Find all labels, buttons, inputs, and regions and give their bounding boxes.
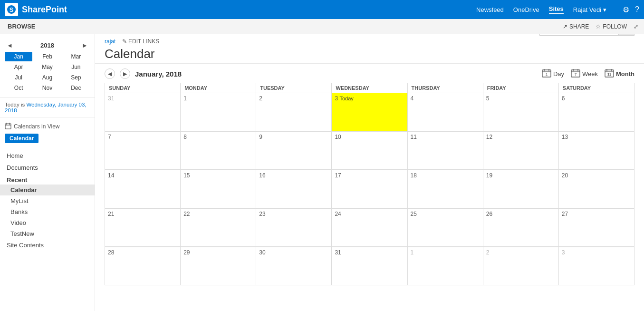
day-2-feb[interactable]: 2 — [483, 247, 559, 285]
day-8[interactable]: 8 — [181, 131, 256, 169]
day-26[interactable]: 26 — [483, 208, 559, 246]
month-aug[interactable]: Aug — [33, 73, 61, 82]
mini-cal-prev[interactable]: ◄ — [5, 42, 15, 49]
day-4[interactable]: 4 — [408, 93, 483, 131]
breadcrumb-link[interactable]: rajat — [105, 38, 115, 45]
user-menu[interactable]: Rajat Vedi ▾ — [573, 6, 606, 13]
month-dec[interactable]: Dec — [62, 83, 90, 93]
day-17[interactable]: 17 — [332, 170, 407, 208]
day-1[interactable]: 1 — [181, 93, 256, 131]
settings-icon[interactable]: ⚙ — [623, 5, 629, 14]
day-1-feb[interactable]: 1 — [408, 247, 483, 285]
month-jun[interactable]: Jun — [62, 62, 90, 72]
day-12[interactable]: 12 — [483, 131, 559, 169]
mini-cal-header: ◄ 2018 ► — [5, 42, 90, 49]
mini-cal-next[interactable]: ► — [80, 42, 90, 49]
follow-button[interactable]: ☆ FOLLOW — [596, 23, 627, 30]
day-11[interactable]: 11 — [408, 131, 483, 169]
day-9[interactable]: 9 — [256, 131, 332, 169]
follow-icon: ☆ — [596, 23, 601, 30]
day-20[interactable]: 20 — [559, 170, 634, 208]
month-feb[interactable]: Feb — [33, 52, 61, 61]
day-6[interactable]: 6 — [559, 93, 634, 131]
share-button[interactable]: ↗ SHARE — [563, 23, 589, 30]
content-area: rajat ✎ EDIT LINKS Calendar 🔍 ◀ ▶ Janu — [95, 34, 644, 311]
day-22[interactable]: 22 — [181, 208, 256, 246]
week-row-4: 21 22 23 24 25 26 27 — [105, 208, 634, 247]
cal-next-button[interactable]: ▶ — [120, 68, 130, 79]
sharepoint-logo[interactable]: S SharePoint — [5, 3, 67, 16]
day-view-button[interactable]: 1 Day — [542, 69, 564, 79]
month-nov[interactable]: Nov — [33, 83, 61, 93]
calendar-view-buttons: 1 Day 7 Week — [542, 69, 634, 79]
col-thursday: THURSDAY — [408, 83, 483, 93]
sidebar-item-site-contents[interactable]: Site Contents — [0, 239, 95, 251]
day-25[interactable]: 25 — [408, 208, 483, 246]
help-icon[interactable]: ? — [635, 5, 639, 14]
month-may[interactable]: May — [33, 62, 61, 72]
month-apr[interactable]: Apr — [5, 62, 32, 72]
breadcrumb-area: rajat ✎ EDIT LINKS Calendar — [105, 38, 159, 61]
week-row-2: 7 8 9 10 11 12 13 — [105, 131, 634, 170]
sidebar-item-calendar[interactable]: Calendar — [0, 185, 95, 195]
day-18[interactable]: 18 — [408, 170, 483, 208]
week-view-button[interactable]: 7 Week — [571, 69, 598, 79]
month-view-icon: 31 — [605, 69, 614, 79]
newsfeed-link[interactable]: Newsfeed — [476, 6, 504, 13]
day-23[interactable]: 23 — [256, 208, 332, 246]
sidebar-item-banks[interactable]: Banks — [0, 206, 95, 217]
day-28[interactable]: 28 — [105, 247, 181, 285]
month-jul[interactable]: Jul — [5, 73, 32, 82]
day-31[interactable]: 31 — [332, 247, 407, 285]
week-view-icon: 7 — [571, 69, 580, 79]
month-mar[interactable]: Mar — [62, 52, 90, 61]
day-10[interactable]: 10 — [332, 131, 407, 169]
day-29[interactable]: 29 — [181, 247, 256, 285]
search-input[interactable] — [540, 34, 618, 35]
week-row-1: 31 1 2 3 Today 4 5 6 — [105, 93, 634, 131]
onedrive-link[interactable]: OneDrive — [513, 6, 539, 13]
share-icon: ↗ — [563, 23, 567, 30]
day-2[interactable]: 2 — [256, 93, 332, 131]
sidebar-item-home[interactable]: Home — [0, 150, 95, 162]
edit-links[interactable]: ✎ EDIT LINKS — [122, 38, 159, 45]
mini-calendar: ◄ 2018 ► Jan Feb Mar Apr May Jun Jul Aug… — [0, 39, 95, 98]
day-31-dec[interactable]: 31 — [105, 93, 181, 131]
col-monday: MONDAY — [181, 83, 256, 93]
sites-link[interactable]: Sites — [549, 5, 564, 14]
expand-icon: ⤢ — [634, 23, 638, 30]
day-30[interactable]: 30 — [256, 247, 332, 285]
day-3-feb[interactable]: 3 — [559, 247, 634, 285]
day-15[interactable]: 15 — [181, 170, 256, 208]
day-13[interactable]: 13 — [559, 131, 634, 169]
browse-tab[interactable]: BROWSE — [6, 22, 38, 31]
day-3-today[interactable]: 3 Today — [332, 93, 407, 131]
sidebar-item-mylist[interactable]: MyList — [0, 195, 95, 206]
day-5[interactable]: 5 — [483, 93, 559, 131]
week-row-3: 14 15 16 17 18 19 20 — [105, 170, 634, 208]
sidebar-navigation: Home Documents Recent Calendar MyList Ba… — [0, 145, 95, 256]
sidebar: ◄ 2018 ► Jan Feb Mar Apr May Jun Jul Aug… — [0, 34, 95, 311]
sidebar-item-video[interactable]: Video — [0, 217, 95, 228]
month-oct[interactable]: Oct — [5, 83, 32, 93]
calendar-badge[interactable]: Calendar — [5, 134, 38, 143]
day-7[interactable]: 7 — [105, 131, 181, 169]
svg-text:7: 7 — [575, 72, 577, 77]
search-button[interactable]: 🔍 — [618, 34, 634, 35]
day-19[interactable]: 19 — [483, 170, 559, 208]
day-21[interactable]: 21 — [105, 208, 181, 246]
month-sep[interactable]: Sep — [62, 73, 90, 82]
sidebar-item-testnew[interactable]: TestNew — [0, 228, 95, 239]
month-view-button[interactable]: 31 Month — [605, 69, 634, 79]
search-area: 🔍 — [539, 34, 634, 36]
day-27[interactable]: 27 — [559, 208, 634, 246]
cal-prev-button[interactable]: ◀ — [105, 68, 115, 79]
day-24[interactable]: 24 — [332, 208, 407, 246]
expand-button[interactable]: ⤢ — [634, 23, 638, 30]
top-icons: ⚙ ? — [623, 5, 639, 14]
month-jan[interactable]: Jan — [5, 52, 32, 61]
day-14[interactable]: 14 — [105, 170, 181, 208]
svg-text:S: S — [10, 6, 14, 13]
sidebar-item-documents[interactable]: Documents — [0, 162, 95, 174]
day-16[interactable]: 16 — [256, 170, 332, 208]
